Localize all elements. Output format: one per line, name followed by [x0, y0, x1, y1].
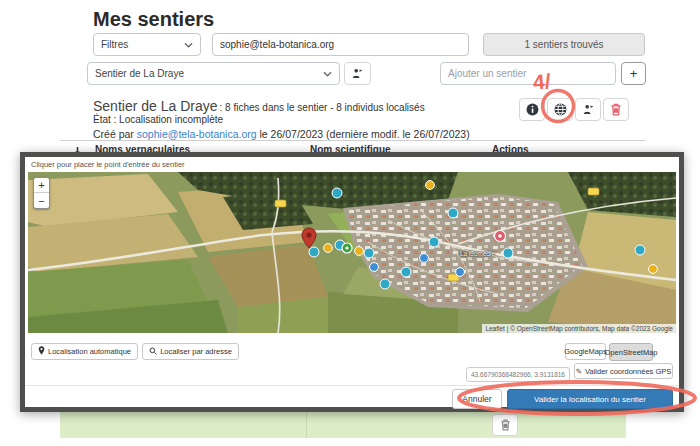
- map-canvas[interactable]: La Comédie + − Leaflet | © OpenStreetMap…: [28, 172, 676, 333]
- satellite-terrain: [28, 172, 676, 333]
- delete-trail-button[interactable]: [603, 98, 629, 121]
- filters-select[interactable]: Filtres: [93, 33, 201, 56]
- trail-name: Sentier de La Draye: [93, 98, 218, 114]
- info-icon: [526, 103, 539, 116]
- trail-state: État : Localisation incomplète: [93, 114, 223, 125]
- trail-owner-button[interactable]: [575, 98, 601, 121]
- map-attribution: Leaflet | © OpenStreetMap contributors, …: [482, 324, 676, 333]
- search-icon: [149, 347, 157, 357]
- modal-footer-divider: [25, 385, 679, 386]
- trash-icon: [610, 103, 622, 116]
- trail-user-button[interactable]: [344, 62, 371, 85]
- add-trail-input[interactable]: [440, 62, 616, 85]
- trail-stats: : 8 fiches dans le sentier - 8 individus…: [220, 102, 425, 113]
- created-prefix: Créé par: [93, 128, 137, 140]
- cancel-button[interactable]: Annuler: [452, 389, 502, 409]
- validate-gps-button[interactable]: ✎ Valider coordonnées GPS: [574, 363, 673, 379]
- person-icon: [583, 104, 594, 115]
- results-count-badge: 1 sentiers trouvés: [483, 33, 645, 56]
- person-icon: [352, 68, 363, 79]
- locate-trail-button[interactable]: [547, 98, 573, 121]
- selected-table-row[interactable]: [60, 412, 626, 438]
- road-badge-icon: [588, 188, 599, 195]
- trail-select-value: Sentier de La Draye: [95, 68, 184, 79]
- validate-gps-label: Valider coordonnées GPS: [585, 367, 671, 376]
- chevron-down-icon: [184, 39, 193, 50]
- trail-select[interactable]: Sentier de La Draye: [87, 62, 340, 85]
- user-filter-input[interactable]: [212, 33, 469, 56]
- poi-marker-pink-icon: [495, 231, 506, 242]
- map-modal: Cliquer pour placer le point d'entrée du…: [20, 152, 684, 412]
- globe-icon: [554, 103, 567, 116]
- trash-icon: [500, 419, 511, 431]
- road-badge-icon: [275, 200, 286, 207]
- info-button[interactable]: [519, 98, 545, 121]
- add-trail-button[interactable]: +: [621, 62, 646, 85]
- created-by-link[interactable]: sophie@tela-botanica.org: [137, 128, 257, 140]
- zoom-out-button[interactable]: −: [34, 193, 49, 208]
- locate-by-address-button[interactable]: Localiser par adresse: [142, 343, 239, 360]
- trail-created-line: Créé par sophie@tela-botanica.org le 26/…: [93, 128, 470, 140]
- modal-instruction: Cliquer pour placer le point d'entrée du…: [31, 160, 185, 169]
- validate-location-button[interactable]: Valider la localisation du sentier: [507, 389, 673, 409]
- delete-row-button[interactable]: [492, 414, 518, 436]
- map-pin-icon: [38, 346, 45, 357]
- gps-coordinates-input[interactable]: [466, 367, 570, 382]
- auto-locate-button[interactable]: Localisation automatique: [31, 343, 138, 360]
- poi-marker-green-icon: [342, 243, 352, 253]
- tutorial-step-label: 4/: [532, 69, 551, 94]
- trail-summary: Sentier de La Draye: 8 fiches dans le se…: [93, 97, 513, 115]
- cell-divider: [306, 412, 307, 438]
- created-suffix: le 26/07/2023 (dernière modif. le 26/07/…: [257, 128, 470, 140]
- app-root: Mes sentiers Filtres 1 sentiers trouvés …: [0, 0, 700, 446]
- map-place-label: La Comédie: [460, 250, 495, 257]
- map-zoom-control: + −: [33, 177, 50, 209]
- chevron-down-icon: [323, 68, 332, 79]
- page-title: Mes sentiers: [93, 8, 214, 31]
- locate-by-address-label: Localiser par adresse: [160, 347, 232, 356]
- openstreetmap-button[interactable]: OpenStreetMap: [609, 343, 653, 361]
- googlemaps-button[interactable]: GoogleMaps: [565, 343, 606, 360]
- pencil-icon: ✎: [576, 367, 582, 376]
- auto-locate-label: Localisation automatique: [48, 347, 131, 356]
- filters-select-value: Filtres: [101, 39, 128, 50]
- zoom-in-button[interactable]: +: [34, 178, 49, 193]
